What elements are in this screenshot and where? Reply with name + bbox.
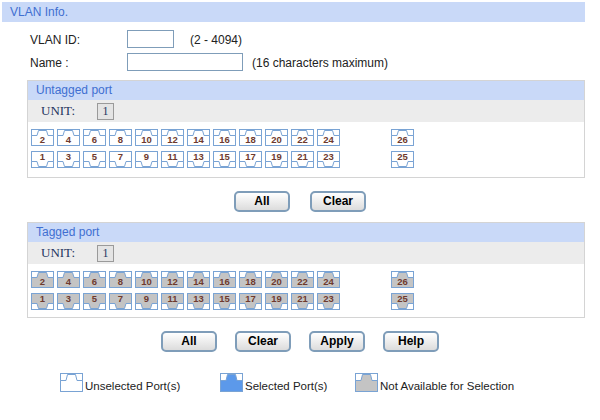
port-11[interactable]: 11	[161, 151, 184, 168]
svg-text:25: 25	[397, 151, 408, 162]
port-22[interactable]: 22	[291, 129, 314, 146]
svg-text:21: 21	[297, 151, 308, 162]
svg-text:11: 11	[167, 151, 178, 162]
port-16[interactable]: 16	[213, 129, 236, 146]
port-20: 20	[265, 271, 288, 288]
port-20[interactable]: 20	[265, 129, 288, 146]
port-26[interactable]: 26	[391, 129, 414, 146]
port-1: 1	[31, 293, 54, 310]
port-6[interactable]: 6	[83, 129, 106, 146]
port-24: 24	[317, 271, 340, 288]
port-8: 8	[109, 271, 132, 288]
unselected-port-icon	[60, 373, 83, 392]
untagged-clear-button[interactable]: Clear	[310, 191, 366, 212]
unavailable-port-icon	[355, 373, 378, 392]
tagged-all-button[interactable]: All	[161, 331, 217, 352]
port-17[interactable]: 17	[239, 151, 262, 168]
tagged-unit-row: UNIT: 1	[28, 242, 584, 264]
svg-text:8: 8	[118, 134, 123, 145]
port-15: 15	[213, 293, 236, 310]
svg-text:14: 14	[193, 134, 204, 145]
port-12[interactable]: 12	[161, 129, 184, 146]
svg-text:7: 7	[118, 293, 123, 304]
port-10: 10	[135, 271, 158, 288]
port-10[interactable]: 10	[135, 129, 158, 146]
port-25[interactable]: 25	[391, 151, 414, 168]
svg-text:3: 3	[66, 151, 71, 162]
port-15[interactable]: 15	[213, 151, 236, 168]
untagged-unit-1-button[interactable]: 1	[97, 103, 114, 120]
port-14[interactable]: 14	[187, 129, 210, 146]
port-6: 6	[83, 271, 106, 288]
tagged-port-section: Tagged port UNIT: 1 2 4 6 8 10 12 14 16 …	[27, 222, 585, 318]
port-18[interactable]: 18	[239, 129, 262, 146]
svg-text:16: 16	[219, 134, 230, 145]
port-9: 9	[135, 293, 158, 310]
port-7: 7	[109, 293, 132, 310]
page-title: VLAN Info.	[2, 2, 585, 22]
port-18: 18	[239, 271, 262, 288]
legend-unselected-label: Unselected Port(s)	[85, 380, 180, 392]
svg-text:8: 8	[118, 276, 123, 287]
port-3[interactable]: 3	[57, 151, 80, 168]
port-4: 4	[57, 271, 80, 288]
port-4[interactable]: 4	[57, 129, 80, 146]
svg-text:23: 23	[323, 151, 334, 162]
name-input[interactable]	[127, 53, 243, 71]
svg-text:26: 26	[397, 134, 408, 145]
svg-text:18: 18	[245, 134, 256, 145]
svg-text:18: 18	[245, 276, 256, 287]
svg-text:10: 10	[141, 276, 152, 287]
svg-text:6: 6	[92, 276, 97, 287]
svg-text:1: 1	[40, 151, 46, 162]
svg-text:5: 5	[92, 151, 98, 162]
port-13[interactable]: 13	[187, 151, 210, 168]
untagged-all-button[interactable]: All	[234, 191, 290, 212]
vlan-id-hint: (2 - 4094)	[190, 33, 242, 47]
svg-text:17: 17	[245, 151, 256, 162]
apply-button[interactable]: Apply	[309, 331, 365, 352]
port-5[interactable]: 5	[83, 151, 106, 168]
port-19[interactable]: 19	[265, 151, 288, 168]
port-2: 2	[31, 271, 54, 288]
legend-unavailable-label: Not Available for Selection	[380, 380, 514, 392]
svg-text:9: 9	[144, 293, 149, 304]
tagged-even-port-row: 2 4 6 8 10 12 14 16 18 20 22 24	[31, 271, 340, 288]
legend-selected: Selected Port(s)	[220, 373, 327, 392]
tagged-clear-button[interactable]: Clear	[235, 331, 291, 352]
svg-text:20: 20	[271, 276, 282, 287]
svg-text:26: 26	[397, 276, 408, 287]
port-1[interactable]: 1	[31, 151, 54, 168]
port-21: 21	[291, 293, 314, 310]
svg-text:9: 9	[144, 151, 149, 162]
svg-text:23: 23	[323, 293, 334, 304]
svg-text:24: 24	[323, 276, 334, 287]
untagged-sfp-port-26: 26	[391, 129, 414, 146]
svg-text:16: 16	[219, 276, 230, 287]
help-button[interactable]: Help	[383, 331, 439, 352]
svg-text:24: 24	[323, 134, 334, 145]
port-8[interactable]: 8	[109, 129, 132, 146]
tagged-unit-1-button[interactable]: 1	[97, 245, 114, 262]
port-9[interactable]: 9	[135, 151, 158, 168]
svg-text:1: 1	[40, 293, 46, 304]
port-13: 13	[187, 293, 210, 310]
port-12: 12	[161, 271, 184, 288]
svg-text:12: 12	[167, 276, 178, 287]
tagged-unit-label: UNIT:	[41, 245, 75, 261]
untagged-port-section: Untagged port UNIT: 1 2 4 6 8 10 12 14 1…	[27, 80, 585, 178]
port-21[interactable]: 21	[291, 151, 314, 168]
port-7[interactable]: 7	[109, 151, 132, 168]
svg-text:17: 17	[245, 293, 256, 304]
port-2[interactable]: 2	[31, 129, 54, 146]
legend-unselected: Unselected Port(s)	[60, 373, 180, 392]
vlan-id-input[interactable]	[127, 30, 174, 48]
name-hint: (16 characters maximum)	[252, 56, 388, 70]
svg-text:13: 13	[193, 151, 204, 162]
port-24[interactable]: 24	[317, 129, 340, 146]
svg-text:22: 22	[297, 276, 308, 287]
svg-text:2: 2	[40, 276, 45, 287]
port-23[interactable]: 23	[317, 151, 340, 168]
untagged-even-port-row: 2 4 6 8 10 12 14 16 18 20 22 24	[31, 129, 340, 146]
port-11: 11	[161, 293, 184, 310]
